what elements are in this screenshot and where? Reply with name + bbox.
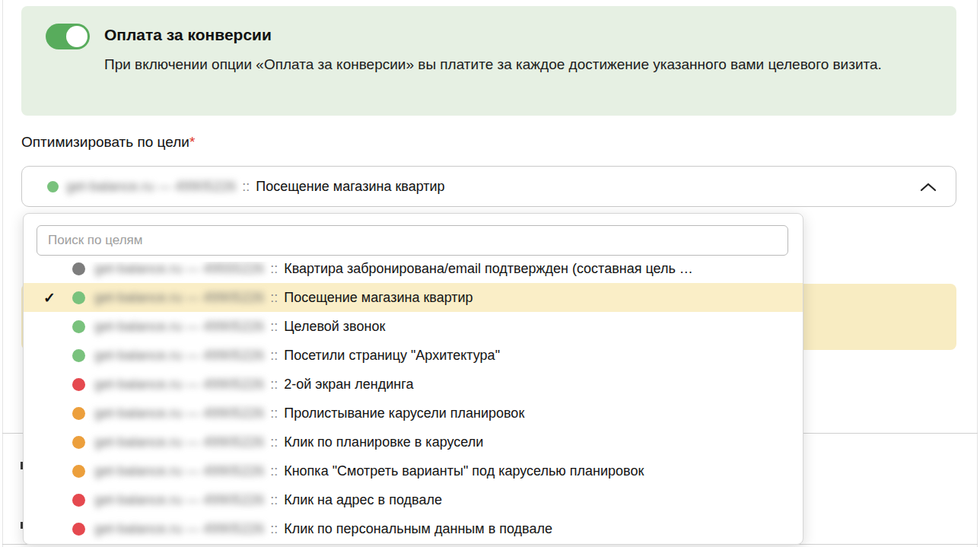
goal-name: Клик по персональным данным в подвале [284, 521, 552, 537]
goal-status-dot [72, 523, 85, 536]
optimize-goal-label: Оптимизировать по цели* [21, 134, 195, 151]
goal-masked-id: get-balance.ru — 49905226 [94, 377, 264, 393]
goal-separator: :: [270, 377, 278, 393]
goal-option[interactable]: get-balance.ru — 49905226 :: Клик по пер… [24, 514, 803, 543]
goal-masked-id: get-balance.ru — 49905226 [94, 463, 264, 479]
goal-name: Пролистывание карусели планировок [284, 405, 524, 421]
goal-option[interactable]: get-balance.ru — 49905226 :: Целевой зво… [24, 312, 803, 341]
goal-masked-id: get-balance.ru — 49905226 [94, 319, 264, 335]
goal-masked-id: get-balance.ru — 49905226 [94, 492, 264, 508]
goal-option[interactable]: get-balance.ru — 49905226 :: Клик на адр… [24, 485, 803, 514]
card-border-left [2, 0, 3, 547]
goal-masked-id: get-balance.ru — 49905226 [94, 290, 264, 306]
goal-option[interactable]: get-balance.ru — 49905226 :: Пролистыван… [24, 399, 803, 428]
selected-goal-value: Посещение магазина квартир [256, 179, 444, 195]
pay-for-conversions-banner: Оплата за конверсии При включении опции … [21, 6, 956, 116]
goal-status-dot [72, 494, 85, 507]
goal-search-input[interactable] [37, 225, 788, 256]
goal-masked-id: get-balance.ru — 49905226 [66, 179, 236, 195]
goal-name: Посетили страницу "Архитектура" [284, 348, 500, 364]
goal-separator: :: [242, 179, 250, 195]
goal-status-dot [72, 262, 85, 275]
goal-masked-id: get-balance.ru — 49555226 [94, 262, 264, 277]
goal-name: Квартира забронирована/email подтвержден… [284, 262, 693, 277]
goal-name: Клик на адрес в подвале [284, 492, 442, 508]
goal-separator: :: [270, 463, 278, 479]
goal-option[interactable]: get-balance.ru — 49555226 :: Квартира за… [24, 262, 803, 283]
goal-masked-id: get-balance.ru — 49905226 [94, 434, 264, 450]
goal-separator: :: [270, 492, 278, 508]
goal-dropdown-panel: get-balance.ru — 49555226 :: Квартира за… [23, 213, 803, 545]
card-border-right [977, 0, 978, 547]
chevron-up-icon [918, 181, 939, 196]
goal-options-list[interactable]: get-balance.ru — 49555226 :: Квартира за… [24, 262, 803, 544]
banner-title: Оплата за конверсии [104, 26, 272, 44]
goal-separator: :: [270, 348, 278, 364]
goal-separator: :: [270, 319, 278, 335]
goal-status-dot [72, 436, 85, 449]
goal-separator: :: [270, 521, 278, 537]
goal-name: 2-ой экран лендинга [284, 377, 413, 393]
goal-status-dot [72, 378, 85, 391]
goal-name: Целевой звонок [284, 319, 385, 335]
goal-name: Клик по планировке в карусели [284, 434, 483, 450]
goal-select[interactable]: get-balance.ru — 49905226 :: Посещение м… [21, 166, 956, 207]
goal-option[interactable]: get-balance.ru — 49905226 :: Кнопка "Смо… [24, 456, 803, 485]
goal-masked-id: get-balance.ru — 49905226 [94, 521, 264, 537]
goal-masked-id: get-balance.ru — 49905226 [94, 405, 264, 421]
selected-check-icon: ✓ [43, 289, 60, 307]
goal-name: Кнопка "Смотреть варианты" под каруселью… [284, 463, 644, 479]
goal-status-dot [47, 181, 59, 192]
goal-separator: :: [270, 405, 278, 421]
goal-status-dot [72, 291, 85, 304]
toggle-knob [66, 26, 88, 47]
goal-status-dot [72, 465, 85, 478]
goal-option[interactable]: get-balance.ru — 49905226 :: 2-ой экран … [24, 370, 803, 399]
goal-separator: :: [270, 290, 278, 306]
required-asterisk: * [189, 134, 195, 150]
goal-status-dot [72, 320, 85, 333]
goal-option[interactable]: get-balance.ru — 49905226 :: Посетили ст… [24, 341, 803, 370]
goal-name: Посещение магазина квартир [284, 290, 473, 306]
banner-description: При включении опции «Оплата за конверсии… [104, 53, 935, 76]
pay-for-conversions-toggle[interactable] [46, 24, 90, 49]
goal-status-dot [72, 407, 85, 420]
goal-separator: :: [270, 434, 278, 450]
goal-separator: :: [270, 262, 278, 277]
goal-status-dot [72, 349, 85, 362]
goal-option[interactable]: ✓ get-balance.ru — 49905226 :: Посещение… [24, 283, 803, 312]
goal-masked-id: get-balance.ru — 49905226 [94, 348, 264, 364]
goal-option[interactable]: get-balance.ru — 49905226 :: Клик по пла… [24, 428, 803, 456]
